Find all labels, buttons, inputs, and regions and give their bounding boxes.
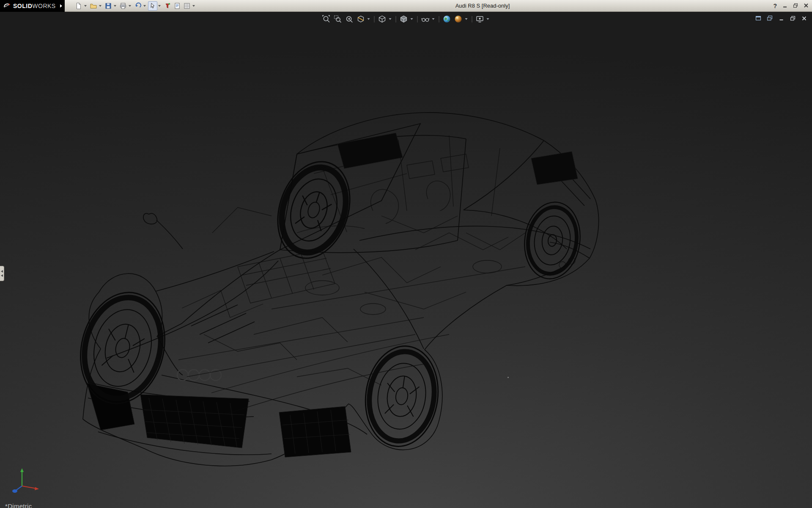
doc-close-icon (801, 16, 807, 21)
options-icon (183, 2, 191, 10)
collapse-left-icon (1, 274, 3, 277)
options-button[interactable] (182, 1, 192, 11)
panel-splitter-collapse[interactable] (0, 266, 4, 281)
select-button[interactable] (148, 1, 157, 11)
close-button[interactable] (804, 2, 809, 10)
view-settings-icon (476, 15, 484, 23)
toolbar-separator (439, 16, 439, 22)
options-dropdown-arrow[interactable] (192, 5, 195, 7)
open-icon (90, 2, 97, 10)
apply-scene-sphere-icon (454, 15, 463, 23)
select-cursor-icon (149, 2, 156, 10)
edit-appearance-button[interactable] (442, 14, 452, 24)
brand-light: WORKS (32, 3, 55, 9)
toolbar-separator (374, 16, 375, 22)
window-cascade-button[interactable] (766, 14, 774, 22)
window-tile-icon (755, 15, 761, 21)
print-dropdown-arrow[interactable] (129, 5, 131, 7)
zoom-to-area-icon (334, 15, 342, 23)
doc-minimize-icon (779, 16, 784, 21)
section-view-button[interactable] (356, 14, 366, 24)
apply-scene-button[interactable] (453, 14, 464, 24)
toolbar-separator (417, 16, 418, 22)
minimize-icon (782, 3, 787, 8)
restore-button[interactable] (793, 2, 798, 10)
open-dropdown-arrow[interactable] (99, 5, 102, 7)
edit-appearance-globe-icon (443, 15, 451, 23)
new-document-icon (75, 2, 82, 10)
undo-dropdown-arrow[interactable] (143, 5, 146, 7)
selection-filter-button[interactable] (163, 1, 172, 11)
print-icon (119, 2, 127, 10)
new-document-button[interactable] (74, 1, 83, 11)
save-button[interactable] (104, 1, 113, 11)
doc-restore-icon (790, 16, 796, 21)
window-controls: ? (773, 0, 809, 12)
view-orientation-dropdown-arrow[interactable] (389, 18, 392, 20)
menu-expand-icon[interactable] (60, 4, 62, 8)
display-style-button[interactable] (399, 14, 409, 24)
apply-scene-dropdown-arrow[interactable] (465, 18, 468, 20)
doc-restore-button[interactable] (789, 14, 796, 22)
zoom-to-area-button[interactable] (333, 14, 343, 24)
view-settings-dropdown-arrow[interactable] (487, 18, 489, 20)
section-view-icon (357, 15, 365, 23)
file-properties-icon (173, 2, 181, 10)
window-cascade-icon (767, 15, 773, 21)
view-orientation-label: *Dimetric (5, 502, 32, 508)
hide-show-dropdown-arrow[interactable] (432, 18, 435, 20)
cursor-dot (508, 377, 509, 378)
zoom-to-fit-button[interactable] (321, 14, 332, 24)
toolbar-separator (472, 16, 472, 22)
undo-button[interactable] (133, 1, 143, 11)
solidworks-mark-icon (3, 2, 11, 9)
brand-text: SOLIDWORKS (13, 3, 56, 9)
hide-show-glasses-icon (421, 15, 430, 23)
doc-close-button[interactable] (800, 14, 808, 22)
undo-icon (134, 2, 142, 10)
main-toolbar (74, 1, 197, 11)
z-axis-arrow-icon (12, 489, 17, 493)
view-orientation-cube-icon (378, 15, 387, 23)
save-icon (104, 2, 112, 10)
graphics-viewport[interactable]: *Dimetric (0, 12, 812, 508)
collapse-left-icon (1, 270, 3, 273)
previous-view-icon (345, 15, 354, 23)
section-view-dropdown-arrow[interactable] (368, 18, 370, 20)
minimize-button[interactable] (782, 2, 787, 10)
solidworks-logo: SOLIDWORKS (0, 0, 65, 12)
x-axis-arrow-icon (35, 487, 39, 491)
help-button[interactable]: ? (773, 3, 777, 9)
file-properties-button[interactable] (173, 1, 182, 11)
selection-filter-icon (164, 2, 171, 10)
document-window-controls (754, 14, 808, 22)
y-axis-arrow-icon (20, 468, 24, 472)
previous-view-button[interactable] (344, 14, 354, 24)
restore-icon (793, 3, 798, 8)
view-settings-button[interactable] (475, 14, 485, 24)
reference-triad (9, 467, 42, 497)
hide-show-items-button[interactable] (420, 14, 431, 24)
select-dropdown-arrow[interactable] (158, 5, 161, 7)
window-tile-button[interactable] (754, 14, 762, 22)
open-button[interactable] (89, 1, 98, 11)
display-style-icon (400, 15, 408, 23)
audi-rings (177, 370, 221, 381)
view-orientation-button[interactable] (377, 14, 387, 24)
new-dropdown-arrow[interactable] (84, 5, 87, 7)
close-icon (804, 3, 809, 8)
zoom-to-fit-icon (322, 15, 331, 23)
display-style-dropdown-arrow[interactable] (411, 18, 413, 20)
toolbar-separator (396, 16, 396, 22)
window-title: Audi R8 S [Read-only] (455, 3, 510, 9)
heads-up-view-toolbar (321, 14, 491, 24)
doc-minimize-button[interactable] (777, 14, 785, 22)
title-bar: SOLIDWORKS (0, 0, 812, 12)
audi-r8-wireframe-model[interactable] (0, 12, 812, 508)
print-button[interactable] (118, 1, 128, 11)
save-dropdown-arrow[interactable] (114, 5, 116, 7)
brand-bold: SOLID (13, 3, 32, 9)
